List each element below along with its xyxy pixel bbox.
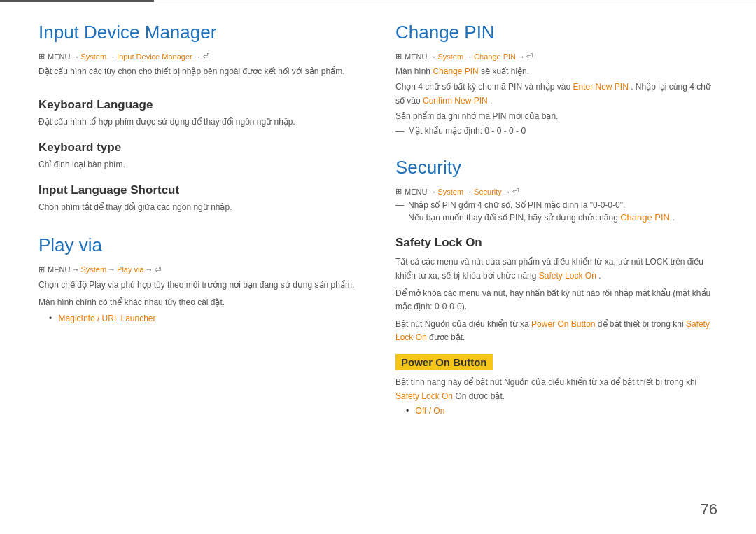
change-pin-desc3: Sản phẩm đã ghi nhớ mã PIN mới của bạn. (396, 110, 718, 123)
input-device-manager-title: Input Device Manager (38, 22, 368, 43)
security-note1-text: Nhập số PIN gồm 4 chữ số. Số PIN mặc địn… (408, 200, 625, 210)
change-pin-desc2: Chọn 4 chữ số bất kỳ cho mã PIN và nhập … (396, 80, 718, 107)
security-menu-icon: ⊞ (396, 187, 402, 196)
security-enter: ⏎ (512, 187, 519, 196)
safety-lock-on-title: Safety Lock On (396, 236, 718, 250)
input-device-manager-desc: Đặt cấu hình các tùy chọn cho thiết bị n… (38, 65, 368, 78)
play-via-system: System (80, 265, 106, 274)
security-menu: MENU (405, 188, 427, 196)
safety-lock-desc1-suffix: . (598, 271, 601, 281)
change-pin-desc1: Màn hình Change PIN sẽ xuất hiện. (396, 65, 718, 78)
security-note2-prefix: Nếu bạn muốn thay đổi số PIN, hãy sử dụn… (408, 213, 620, 223)
keyboard-language-desc: Đặt cấu hình tổ hợp phím được sử dụng để… (38, 115, 368, 128)
safety-lock-desc2: Để mở khóa các menu và nút, hãy nhấn bất… (396, 287, 718, 314)
power-on-desc-on: On (455, 391, 466, 401)
change-pin-menu: MENU (405, 52, 427, 61)
dash-note-text: Mật khẩu mặc định: 0 - 0 - 0 - 0 (408, 126, 526, 136)
power-on-button-desc: Bật tính năng này để bật nút Nguồn của đ… (396, 376, 718, 402)
security-note2-suffix: . (673, 213, 675, 223)
input-language-shortcut-title: Input Language Shortcut (38, 183, 368, 197)
play-via-link: Play via (117, 265, 144, 274)
power-on-desc-suffix: được bật. (469, 391, 505, 401)
left-column: Input Device Manager ⊞ MENU → System → I… (38, 22, 368, 513)
input-language-shortcut-subsection: Input Language Shortcut Chọn phím tắt để… (38, 183, 368, 213)
power-on-desc-prefix: Bật tính năng này để bật nút Nguồn của đ… (396, 377, 696, 387)
power-on-button-title: Power On Button (396, 354, 493, 370)
play-via-menu-icon: ⊞ (38, 265, 45, 274)
right-column: Change PIN ⊞ MENU → System → Change PIN … (396, 22, 718, 513)
change-pin-choose-text: Chọn 4 chữ số bất kỳ cho mã PIN và nhập … (396, 82, 573, 92)
content-area: Input Device Manager ⊞ MENU → System → I… (0, 2, 756, 534)
play-via-title: Play via (38, 234, 368, 256)
menu-enter: ⏎ (203, 52, 209, 61)
security-menu-path: ⊞ MENU → System → Security → ⏎ (396, 187, 718, 196)
page: Input Device Manager ⊞ MENU → System → I… (0, 0, 756, 534)
play-via-menu: MENU (48, 265, 70, 274)
play-via-bullet-item: MagicInfo / URL Launcher (49, 314, 368, 323)
rule-light (154, 1, 756, 1)
security-note2: Nếu bạn muốn thay đổi số PIN, hãy sử dụn… (396, 211, 718, 225)
play-via-menu-path: ⊞ MENU → System → Play via → ⏎ (38, 265, 368, 274)
security-title: Security (396, 157, 718, 178)
keyboard-type-subsection: Keyboard type Chỉ định loại bàn phím. (38, 141, 368, 171)
change-pin-title: Change PIN (396, 22, 718, 43)
safety-lock-desc3: Bật nút Nguồn của điều khiển từ xa Power… (396, 318, 718, 344)
enter-new-pin-link: Enter New PIN (573, 82, 628, 92)
play-via-desc2: Màn hình chính có thể khác nhau tùy theo… (38, 296, 368, 309)
power-on-button-subsection: Power On Button Bật tính năng này để bật… (396, 349, 718, 415)
menu-input-device-manager: Input Device Manager (117, 52, 192, 61)
off-on-link: Off / On (416, 406, 445, 416)
change-pin-appear-text: sẽ xuất hiện. (481, 66, 529, 76)
input-device-manager-section: Input Device Manager ⊞ MENU → System → I… (38, 22, 368, 213)
power-on-button-link: Power On Button (531, 319, 595, 329)
dash-symbol: ― (396, 126, 404, 136)
menu-icon: ⊞ (38, 52, 45, 61)
input-device-manager-menu-path: ⊞ MENU → System → Input Device Manager →… (38, 52, 368, 61)
menu-menu: MENU (48, 52, 70, 61)
keyboard-type-title: Keyboard type (38, 141, 368, 155)
change-pin-screen-link: Change PIN (433, 66, 478, 76)
page-number: 76 (701, 500, 718, 519)
keyboard-type-desc: Chỉ định loại bàn phím. (38, 158, 368, 171)
safety-lock-desc1: Tất cả các menu và nút của sản phẩm và đ… (396, 255, 718, 282)
safety-lock-on-subsection: Safety Lock On Tất cả các menu và nút củ… (396, 236, 718, 344)
change-pin-period: . (490, 96, 492, 106)
confirm-new-pin-link: Confirm New PIN (423, 96, 488, 106)
keyboard-language-title: Keyboard Language (38, 98, 368, 112)
off-on-bullet-item: Off / On (406, 406, 718, 416)
power-on-safety-lock-link: Safety Lock On (396, 391, 453, 401)
security-system: System (438, 188, 463, 196)
safety-lock-desc3-prefix: Bật nút Nguồn của điều khiển từ xa (396, 319, 531, 329)
magicinfo-url-launcher-link: MagicInfo / URL Launcher (59, 314, 156, 323)
safety-lock-desc3-mid: để bật thiết bị trong khi (598, 319, 686, 329)
change-pin-menu-icon: ⊞ (396, 52, 402, 61)
change-pin-enter: ⏎ (526, 52, 533, 61)
security-link: Security (474, 188, 502, 196)
change-pin-section: Change PIN ⊞ MENU → System → Change PIN … (396, 22, 718, 136)
safety-lock-desc3-suffix: được bật. (429, 332, 465, 342)
change-pin-menu-path: ⊞ MENU → System → Change PIN → ⏎ (396, 52, 718, 61)
security-note1: ― Nhập số PIN gồm 4 chữ số. Số PIN mặc đ… (396, 200, 718, 210)
security-dash1: ― (396, 200, 404, 210)
change-pin-screen-text: Màn hình (396, 66, 433, 76)
security-change-pin-link: Change PIN (620, 212, 670, 223)
power-on-bullet-list: Off / On (396, 406, 718, 416)
play-via-enter: ⏎ (155, 265, 161, 274)
play-via-desc1: Chọn chế độ Play via phù hợp tùy theo mô… (38, 279, 368, 292)
change-pin-dash-note: ― Mật khẩu mặc định: 0 - 0 - 0 - 0 (396, 126, 718, 136)
security-section: Security ⊞ MENU → System → Security → ⏎ … (396, 157, 718, 416)
menu-system: System (80, 52, 106, 61)
change-pin-link: Change PIN (474, 52, 516, 61)
input-language-shortcut-desc: Chọn phím tắt để thay đổi giữa các ngôn … (38, 201, 368, 213)
change-pin-system: System (438, 52, 463, 61)
keyboard-language-subsection: Keyboard Language Đặt cấu hình tổ hợp ph… (38, 98, 368, 128)
safety-lock-on-link1: Safety Lock On (539, 271, 596, 281)
play-via-section: Play via ⊞ MENU → System → Play via → ⏎ … (38, 234, 368, 323)
play-via-bullet-list: MagicInfo / URL Launcher (38, 314, 368, 323)
